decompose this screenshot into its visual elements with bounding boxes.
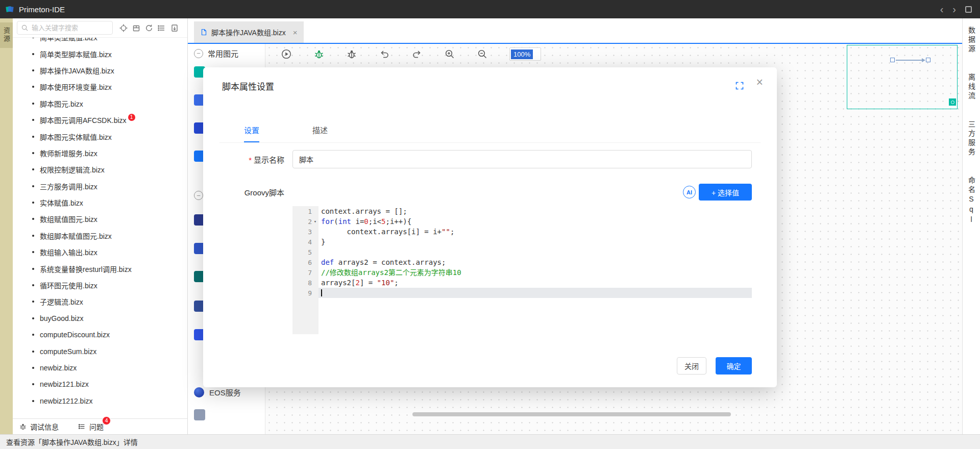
problems-tab[interactable]: 问题 4 [78,421,104,432]
tree-item[interactable]: 系统变量替换resturl调用.bizx [13,260,187,277]
flow-node[interactable] [890,58,895,62]
tree-item[interactable]: computeDiscount.bizx [13,327,187,343]
search-box[interactable] [17,21,113,35]
file-tree: 简单类型赋值.bizx简单类型脚本赋值.bizx脚本操作JAVA数组.bizx脚… [13,38,187,418]
palette-item-eos[interactable]: EOS服务 [194,387,241,397]
collapse-icon[interactable]: − [194,191,203,200]
sort-list-icon[interactable] [157,23,166,33]
tree-item[interactable]: 脚本使用环境变量.bizx [13,79,187,95]
tree-item[interactable]: 脚本操作JAVA数组.bizx [13,62,187,79]
palette-group-common[interactable]: − 常用图元 [194,48,238,59]
tree-item[interactable]: 子逻辑流.bizx [13,293,187,310]
line-number-text: 3 [308,228,312,236]
fold-caret-icon[interactable]: ▾ [312,219,318,224]
line-number: 6 [292,257,318,267]
right-rail: 数据源离线流三方服务命名Sql [962,18,980,434]
right-rail-tab[interactable]: 离线流 [966,69,976,105]
tree-item[interactable]: newbiz121.bizx [13,376,187,392]
line-number: 8 [292,278,318,288]
line-number-text: 7 [308,269,312,277]
refresh-icon[interactable] [144,23,154,33]
nav-forward-icon[interactable]: › [952,4,956,14]
window-icon[interactable] [965,6,972,13]
tree-item[interactable]: 简单类型脚本赋值.bizx [13,45,187,62]
tree-item[interactable]: 教师新增服务.bizx [13,145,187,161]
dialog-tabs: 设置 描述 [244,124,328,142]
locate-icon[interactable] [119,23,128,33]
tree-item-label: 脚本图元.bizx [40,98,83,109]
palette-item[interactable] [194,409,205,420]
collapse-icon[interactable]: − [194,49,203,58]
zoom-input[interactable]: 100% [509,47,541,61]
ai-assist-icon[interactable]: AI [683,186,696,198]
tree-item[interactable]: 权限控制逻辑流.bizx [13,161,187,178]
tree-item[interactable]: 三方服务调用.bizx [13,178,187,194]
groovy-code-editor[interactable]: 12▾3456789 context.arrays = [];for(int i… [292,206,752,334]
dialog-title: 脚本属性设置 [222,80,274,92]
debug-icon[interactable] [346,48,357,60]
statusbar: 查看资源「脚本操作JAVA数组.bizx」详情 [0,434,980,449]
line-number: 3 [292,227,318,237]
editor-tabbar: 脚本操作JAVA数组.bizx × [188,18,962,44]
dialog-close-button[interactable]: 关闭 [677,357,706,375]
tab-settings[interactable]: 设置 [244,124,259,142]
tree-item-label: 数组脚本赋值图元.bizx [40,231,112,241]
tree-item-label: 三方服务调用.bizx [40,181,97,191]
right-rail-tab[interactable]: 三方服务 [966,116,976,161]
undo-icon[interactable] [379,48,390,60]
flow-node[interactable] [926,58,930,62]
redo-icon[interactable] [411,48,423,60]
eos-item-label: EOS服务 [209,387,241,397]
tree-item[interactable]: newbiz1212.bizx [13,393,187,409]
select-value-button[interactable]: + 选择值 [699,184,752,201]
tab-close-icon[interactable]: × [293,28,298,37]
tree-item[interactable]: 实体赋值.bizx [13,194,187,211]
package-icon[interactable] [132,23,141,33]
line-number: 7 [292,267,318,278]
tree-item-label: 子逻辑流.bizx [40,296,83,307]
tab-description[interactable]: 描述 [312,124,328,142]
zoom-in-icon[interactable] [444,48,455,60]
tree-item-label: 简单类型脚本赋值.bizx [40,49,112,59]
code-line: def arrays2 = context.arrays; [318,257,752,267]
bullet-icon [32,218,34,220]
tree-item[interactable]: 循环图元使用.bizx [13,277,187,293]
search-input[interactable] [32,24,109,32]
debug-run-icon[interactable] [313,48,325,60]
tree-item[interactable]: 脚本图元实体赋值.bizx [13,128,187,144]
canvas-selection[interactable] [847,45,958,109]
bullet-icon [32,152,34,154]
dialog-ok-button[interactable]: 确定 [716,357,752,375]
tree-item[interactable]: buyGood.bizx [13,310,187,327]
tree-item-label: 简单类型赋值.bizx [40,38,97,42]
tree-item[interactable]: 数组赋值图元.bizx [13,211,187,227]
bullet-icon [32,334,34,336]
line-number-text: 1 [308,208,312,215]
selection-zoom-handle[interactable] [949,98,956,106]
tree-item[interactable]: newbiz.bizx [13,360,187,376]
debug-info-tab[interactable]: 调试信息 [19,421,59,432]
editor-tab[interactable]: 脚本操作JAVA数组.bizx × [194,21,304,43]
close-icon[interactable]: × [756,77,763,88]
line-number: 4 [292,237,318,247]
resources-rail-tab[interactable]: 资源 [0,22,13,48]
tree-item[interactable]: computeSum.bizx [13,343,187,359]
tree-item[interactable]: 脚本图元调用AFCSDK.bizx1 [13,112,187,128]
right-rail-tab[interactable]: 命名Sql [966,172,976,230]
export-icon[interactable] [170,23,179,33]
tree-item[interactable]: 数组脚本赋值图元.bizx [13,228,187,244]
display-name-input[interactable] [292,150,752,168]
editor-tab-label: 脚本操作JAVA数组.bizx [211,27,286,37]
nav-back-icon[interactable]: ‹ [940,4,944,14]
tree-item[interactable]: 简单类型赋值.bizx [13,38,187,45]
horizontal-scrollbar[interactable] [412,412,731,416]
right-rail-tab[interactable]: 数据源 [966,22,976,58]
tree-item[interactable]: 脚本图元.bizx [13,95,187,112]
zoom-out-icon[interactable] [477,48,488,60]
run-icon[interactable] [281,48,292,60]
app-logo-icon [5,5,14,14]
line-number: 1 [292,206,318,216]
tree-item[interactable]: 数组输入输出.bizx [13,244,187,260]
bug-icon [19,422,27,431]
fullscreen-icon[interactable] [735,81,744,90]
